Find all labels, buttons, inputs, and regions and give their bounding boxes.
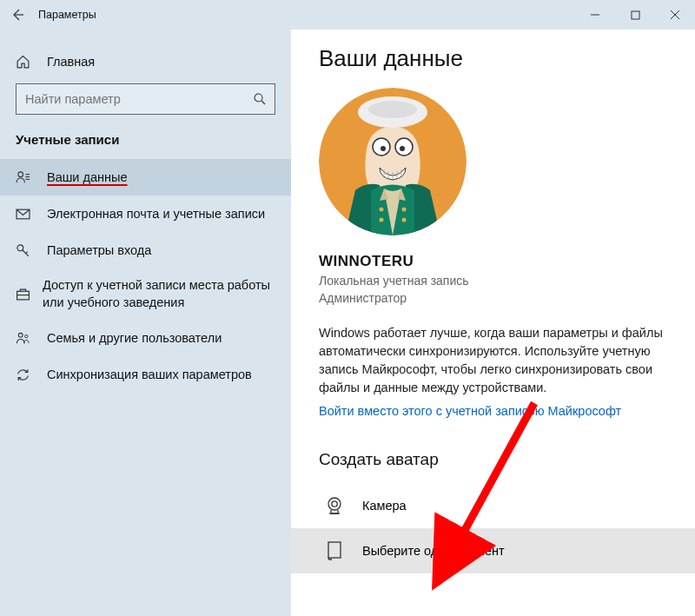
- svg-line-13: [26, 251, 28, 253]
- svg-line-5: [261, 101, 265, 104]
- svg-point-33: [402, 208, 407, 212]
- camera-option-label: Камера: [362, 499, 407, 513]
- camera-option[interactable]: Камера: [319, 483, 678, 528]
- sidebar-item-label: Электронная почта и учетные записи: [47, 207, 265, 221]
- page-title: Ваши данные: [319, 45, 678, 72]
- window-controls: [575, 0, 695, 30]
- sidebar-item-label: Ваши данные: [47, 170, 128, 184]
- svg-point-24: [381, 146, 386, 151]
- svg-point-35: [328, 498, 341, 510]
- home-icon: [16, 55, 35, 70]
- minimize-icon: [590, 10, 600, 20]
- key-icon: [16, 243, 35, 258]
- home-label: Главная: [47, 55, 95, 69]
- svg-point-11: [17, 244, 23, 250]
- svg-point-31: [380, 208, 384, 212]
- sidebar: Главная Учетные записи Ваши данные Элект…: [0, 30, 291, 616]
- sidebar-item-label: Синхронизация ваших параметров: [47, 368, 252, 381]
- svg-point-36: [332, 501, 337, 507]
- svg-point-21: [368, 101, 417, 118]
- people-icon: [16, 331, 35, 346]
- info-paragraph: Windows работает лучше, когда ваши парам…: [319, 324, 675, 397]
- svg-rect-38: [328, 542, 341, 558]
- sidebar-item-email-accounts[interactable]: Электронная почта и учетные записи: [0, 195, 291, 232]
- account-type: Локальная учетная запись: [319, 274, 678, 288]
- svg-point-32: [380, 218, 384, 222]
- arrow-left-icon: [10, 8, 24, 22]
- sidebar-item-work-school[interactable]: Доступ к учетной записи места работы или…: [0, 268, 291, 320]
- svg-rect-1: [632, 11, 639, 19]
- avatar-image: [319, 88, 467, 235]
- signin-microsoft-link[interactable]: Войти вместо этого с учетной записью Май…: [319, 404, 621, 418]
- svg-point-4: [255, 94, 262, 102]
- search-input[interactable]: [17, 87, 245, 111]
- sidebar-item-label: Параметры входа: [47, 243, 151, 257]
- sidebar-item-sync[interactable]: Синхронизация ваших параметров: [0, 356, 291, 393]
- svg-point-6: [18, 171, 23, 176]
- main-split: Главная Учетные записи Ваши данные Элект…: [0, 30, 695, 616]
- username: WINNOTERU: [319, 253, 678, 270]
- avatar: [319, 88, 467, 235]
- back-button[interactable]: [0, 0, 35, 30]
- browse-icon: [322, 540, 347, 561]
- sidebar-section-label: Учетные записи: [0, 127, 291, 159]
- sync-icon: [16, 368, 35, 382]
- window-titlebar: Параметры: [0, 0, 695, 30]
- search-icon: [245, 92, 275, 106]
- browse-option-label: Выберите один элемент: [362, 544, 505, 558]
- account-role: Администратор: [319, 291, 678, 305]
- sidebar-item-label: Семья и другие пользователи: [47, 331, 222, 345]
- search-box[interactable]: [16, 83, 275, 115]
- person-icon: [16, 170, 35, 185]
- sidebar-item-label: Доступ к учетной записи места работы или…: [43, 277, 291, 311]
- sidebar-item-your-info[interactable]: Ваши данные: [0, 159, 291, 195]
- svg-point-34: [402, 218, 407, 222]
- home-button[interactable]: Главная: [0, 43, 291, 80]
- close-icon: [670, 10, 680, 20]
- sidebar-nav: Ваши данные Электронная почта и учетные …: [0, 159, 291, 393]
- camera-icon: [322, 495, 347, 516]
- minimize-button[interactable]: [575, 0, 615, 30]
- close-button[interactable]: [655, 0, 695, 30]
- svg-point-25: [400, 146, 405, 151]
- window-title: Параметры: [35, 9, 96, 21]
- sidebar-item-signin-options[interactable]: Параметры входа: [0, 232, 291, 268]
- maximize-button[interactable]: [615, 0, 655, 30]
- maximize-icon: [631, 10, 640, 20]
- briefcase-icon: [16, 287, 30, 301]
- svg-point-17: [25, 334, 28, 337]
- create-avatar-heading: Создать аватар: [319, 450, 678, 469]
- browse-option[interactable]: Выберите один элемент: [291, 528, 695, 573]
- svg-point-16: [18, 333, 23, 337]
- sidebar-item-family[interactable]: Семья и другие пользователи: [0, 320, 291, 356]
- content-area: Ваши данные: [291, 30, 695, 616]
- mail-icon: [16, 207, 35, 222]
